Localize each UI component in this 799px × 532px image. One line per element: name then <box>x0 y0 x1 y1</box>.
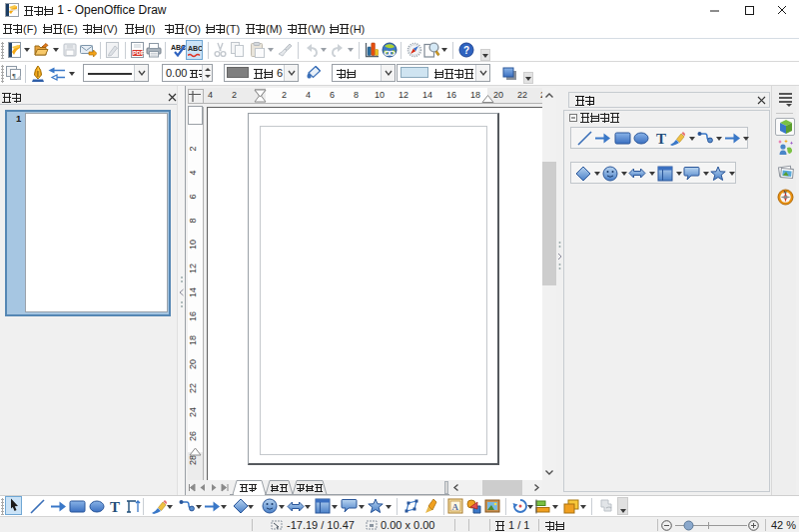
svg-text:A: A <box>452 502 459 512</box>
svg-text:T: T <box>110 499 120 514</box>
svg-text:T: T <box>656 131 666 146</box>
svg-text:N: N <box>784 190 787 195</box>
svg-text:?: ? <box>463 45 469 56</box>
svg-text:¶: ¶ <box>12 72 16 80</box>
svg-text:PDF: PDF <box>133 50 144 56</box>
svg-text:ABC: ABC <box>188 45 202 52</box>
